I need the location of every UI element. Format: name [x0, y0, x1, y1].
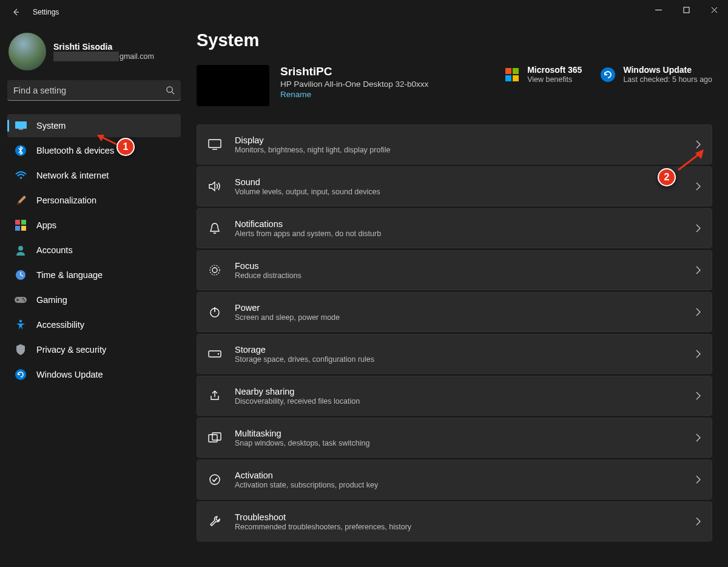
panel-sub: Activation state, subscriptions, product… [235, 481, 682, 489]
power-icon [208, 305, 221, 319]
system-header: SrishtiPC HP Pavilion All-in-One Desktop… [197, 65, 712, 106]
panel-nearby[interactable]: Nearby sharingDiscoverability, received … [197, 376, 712, 416]
storage-icon [208, 347, 221, 361]
panel-sub: Reduce distractions [235, 271, 682, 280]
panel-title: Activation [235, 470, 682, 480]
wifi-icon [15, 169, 27, 182]
main-content: System SrishtiPC HP Pavilion All-in-One … [188, 24, 728, 567]
panel-sub: Storage space, drives, configuration rul… [235, 355, 682, 364]
nav-accessibility[interactable]: Accessibility [7, 313, 181, 336]
nav-label: Privacy & security [36, 345, 106, 355]
svg-rect-28 [505, 75, 511, 81]
search-box[interactable] [7, 80, 181, 101]
svg-rect-26 [505, 68, 511, 74]
chevron-right-icon [696, 308, 701, 316]
user-account-header[interactable]: Srishti Sisodia gmail.com [8, 33, 181, 70]
nav-privacy[interactable]: Privacy & security [7, 338, 181, 361]
nav-apps[interactable]: Apps [7, 214, 181, 237]
panel-title: Multitasking [235, 429, 682, 438]
nav-label: Accessibility [36, 320, 84, 330]
panel-title: Troubleshoot [235, 512, 682, 522]
svg-point-10 [19, 177, 22, 179]
nav-accounts[interactable]: Accounts [7, 239, 181, 262]
panel-notifications[interactable]: NotificationsAlerts from apps and system… [197, 208, 712, 248]
window-title: Settings [29, 8, 59, 16]
search-input[interactable] [13, 86, 166, 95]
nav-label: Windows Update [36, 370, 103, 379]
svg-rect-31 [209, 140, 221, 148]
panel-sub: Monitors, brightness, night light, displ… [235, 146, 682, 154]
nav-list: System Bluetooth & devices Network & int… [7, 114, 181, 386]
nav-update[interactable]: Windows Update [7, 363, 181, 386]
nav-system[interactable]: System [7, 114, 181, 137]
panel-title: Notifications [235, 219, 682, 229]
svg-rect-40 [212, 433, 221, 440]
svg-point-5 [167, 87, 172, 92]
nav-bluetooth[interactable]: Bluetooth & devices [7, 139, 181, 162]
panel-sub: Alerts from apps and system, do not dist… [235, 229, 682, 238]
panel-sub: Screen and sleep, power mode [235, 313, 682, 322]
panel-multitask[interactable]: MultitaskingSnap windows, desktops, task… [197, 418, 712, 458]
panel-sub: Snap windows, desktops, task switching [235, 439, 682, 447]
multitask-icon [208, 431, 221, 444]
nav-label: Accounts [36, 245, 73, 255]
svg-rect-27 [513, 68, 519, 74]
chevron-right-icon [696, 433, 701, 442]
panel-title: Focus [235, 261, 682, 271]
chevron-right-icon [696, 517, 701, 526]
back-button[interactable] [11, 7, 29, 17]
pc-name: SrishtiPC [280, 65, 493, 78]
panel-activation[interactable]: ActivationActivation state, subscription… [197, 460, 712, 500]
pc-model: HP Pavilion All-in-One Desktop 32-b0xxx [280, 80, 493, 89]
nav-label: Time & language [36, 270, 103, 280]
chevron-right-icon [696, 392, 701, 400]
svg-point-21 [24, 300, 25, 301]
nav-label: Bluetooth & devices [36, 146, 114, 155]
bell-icon [208, 222, 221, 235]
svg-rect-14 [21, 226, 26, 231]
panel-title: Power [235, 303, 682, 313]
svg-point-20 [22, 298, 24, 299]
nav-label: System [36, 121, 66, 131]
nav-time[interactable]: Time & language [7, 263, 181, 287]
panel-display[interactable]: DisplayMonitors, brightness, night light… [197, 124, 712, 165]
panel-focus[interactable]: FocusReduce distractions [197, 250, 712, 290]
nav-network[interactable]: Network & internet [7, 164, 181, 187]
page-title: System [197, 30, 712, 50]
widget-sub: Last checked: 5 hours ago [623, 75, 712, 84]
widget-m365[interactable]: Microsoft 365 View benefits [504, 65, 582, 84]
panel-title: Display [235, 135, 682, 145]
accounts-icon [15, 244, 27, 256]
svg-rect-12 [21, 220, 26, 225]
svg-point-33 [210, 265, 220, 275]
panel-sound[interactable]: SoundVolume levels, output, input, sound… [197, 166, 712, 206]
svg-point-41 [210, 475, 220, 484]
panel-troubleshoot[interactable]: TroubleshootRecommended troubleshooters,… [197, 501, 712, 542]
widget-update[interactable]: Windows Update Last checked: 5 hours ago [600, 65, 712, 84]
gaming-icon [15, 294, 27, 306]
panel-title: Sound [235, 177, 682, 187]
svg-point-38 [218, 353, 219, 355]
minimize-button[interactable] [644, 0, 672, 19]
nav-gaming[interactable]: Gaming [7, 288, 181, 311]
close-button[interactable] [700, 0, 728, 19]
panel-list: DisplayMonitors, brightness, night light… [197, 124, 712, 542]
panel-title: Nearby sharing [235, 387, 682, 396]
display-icon [208, 138, 221, 151]
nav-personalization[interactable]: Personalization [7, 189, 181, 212]
system-icon [15, 120, 27, 132]
focus-icon [208, 263, 221, 277]
maximize-button[interactable] [672, 0, 700, 19]
shield-icon [15, 344, 27, 356]
svg-point-15 [18, 246, 23, 251]
user-email: gmail.com [53, 52, 154, 61]
panel-sub: Discoverability, received files location [235, 397, 682, 406]
svg-line-6 [172, 92, 174, 94]
rename-link[interactable]: Rename [280, 90, 311, 99]
panel-power[interactable]: PowerScreen and sleep, power mode [197, 292, 712, 332]
svg-rect-29 [513, 75, 519, 81]
panel-storage[interactable]: StorageStorage space, drives, configurat… [197, 334, 712, 374]
svg-point-30 [601, 67, 615, 82]
widget-title: Windows Update [623, 65, 712, 75]
annotation-marker-1: 1 [116, 138, 135, 156]
